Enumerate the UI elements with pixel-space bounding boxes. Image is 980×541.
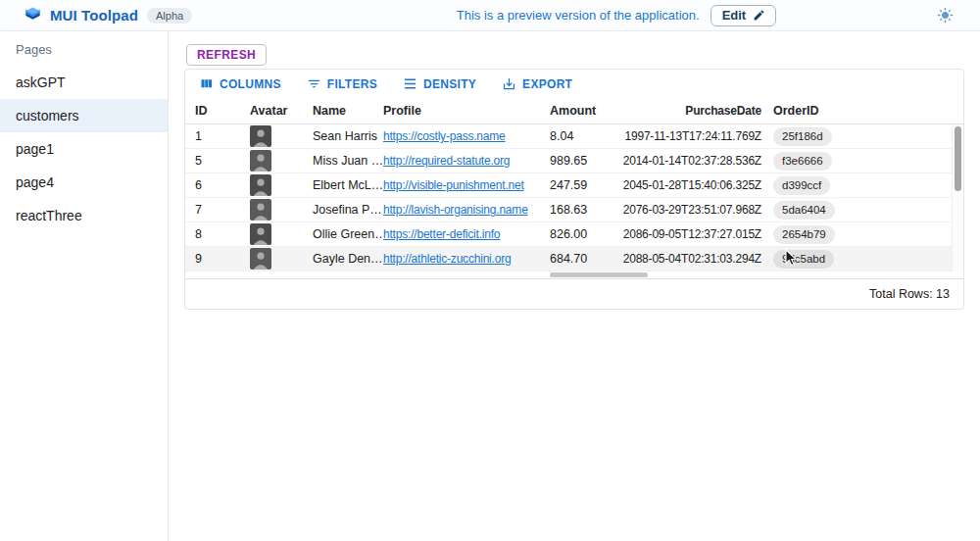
cell-name: Josefina P… bbox=[313, 203, 383, 217]
cell-profile: http://lavish-organising.name bbox=[383, 203, 550, 217]
column-header-purchasedate[interactable]: PurchaseDate bbox=[618, 104, 761, 118]
cell-amount: 8.04 bbox=[550, 129, 618, 143]
app-bar: MUI Toolpad Alpha This is a preview vers… bbox=[0, 0, 980, 31]
cell-purchase-date: 2086-09-05T12:37:27.015Z bbox=[618, 227, 761, 241]
table-row[interactable]: 7 Josefina P… http://lavish-organising.n… bbox=[185, 198, 963, 222]
table-row[interactable]: 6 Elbert McL… http://visible-punishment.… bbox=[185, 173, 963, 198]
table-row[interactable]: 8 Ollie Green… https://better-deficit.in… bbox=[185, 222, 963, 247]
avatar bbox=[250, 125, 271, 147]
page-content: REFRESH COLUMNS FILTERS DENSITY bbox=[170, 31, 980, 541]
density-button-label: DENSITY bbox=[423, 77, 476, 91]
refresh-button[interactable]: REFRESH bbox=[186, 44, 267, 66]
cell-purchase-date: 1997-11-13T17:24:11.769Z bbox=[618, 129, 761, 143]
cell-order-id: 25f186d bbox=[761, 127, 963, 146]
cell-amount: 826.00 bbox=[550, 227, 618, 241]
total-rows-label: Total Rows: 13 bbox=[869, 287, 950, 301]
light-mode-sun-icon bbox=[937, 7, 954, 24]
sidebar-item-reactThree[interactable]: reactThree bbox=[0, 199, 168, 232]
cell-profile: http://visible-punishment.net bbox=[383, 178, 550, 192]
sidebar: Pages askGPT customers page1 page4 react… bbox=[0, 31, 169, 541]
cell-amount: 247.59 bbox=[550, 178, 618, 192]
cell-order-id: d399ccf bbox=[761, 176, 963, 195]
cell-amount: 989.65 bbox=[550, 154, 618, 168]
order-id-chip[interactable]: f3e6666 bbox=[773, 152, 832, 171]
filter-list-icon bbox=[307, 76, 321, 91]
table-row[interactable]: 9 Gayle Den… http://athletic-zucchini.or… bbox=[185, 247, 963, 271]
cell-id: 1 bbox=[195, 129, 250, 143]
theme-toggle-button[interactable] bbox=[935, 5, 956, 25]
column-header-amount[interactable]: Amount bbox=[550, 104, 618, 118]
cell-order-id: 5da6404 bbox=[761, 201, 963, 220]
sidebar-item-label: page4 bbox=[16, 174, 54, 190]
column-header-name[interactable]: Name bbox=[313, 104, 383, 118]
cell-purchase-date: 2088-05-04T02:31:03.294Z bbox=[618, 252, 761, 266]
column-header-orderid[interactable]: OrderID bbox=[761, 104, 963, 118]
grid-toolbar: COLUMNS FILTERS DENSITY EXPORT bbox=[185, 70, 963, 98]
profile-link[interactable]: http://athletic-zucchini.org bbox=[383, 252, 511, 266]
columns-button[interactable]: COLUMNS bbox=[194, 74, 286, 94]
toolpad-logo-icon bbox=[24, 7, 41, 24]
view-column-icon bbox=[199, 76, 214, 91]
cell-id: 5 bbox=[195, 154, 250, 168]
app-title: MUI Toolpad bbox=[50, 7, 138, 24]
profile-link[interactable]: http://lavish-organising.name bbox=[383, 203, 528, 217]
order-id-chip[interactable]: 9dc5abd bbox=[773, 250, 834, 269]
column-header-id[interactable]: ID bbox=[195, 104, 250, 118]
cell-avatar bbox=[250, 248, 313, 270]
vertical-scrollbar-thumb[interactable] bbox=[955, 126, 961, 191]
profile-link[interactable]: http://visible-punishment.net bbox=[383, 178, 524, 192]
rows-container: 1 Sean Harris https://costly-pass.name 8… bbox=[185, 124, 963, 271]
cell-name: Elbert McL… bbox=[313, 178, 383, 192]
density-button[interactable]: DENSITY bbox=[398, 74, 481, 94]
cell-id: 6 bbox=[195, 178, 250, 192]
sidebar-item-label: askGPT bbox=[16, 74, 66, 90]
pencil-icon bbox=[753, 9, 765, 22]
filters-button-label: FILTERS bbox=[327, 77, 377, 91]
horizontal-scrollbar[interactable] bbox=[185, 271, 963, 278]
cell-purchase-date: 2014-01-14T02:37:28.536Z bbox=[618, 154, 761, 168]
sidebar-item-customers[interactable]: customers bbox=[0, 99, 168, 132]
pages-section-label: Pages bbox=[0, 31, 168, 66]
cell-avatar bbox=[250, 174, 313, 196]
data-grid: COLUMNS FILTERS DENSITY EXPORT bbox=[184, 69, 964, 310]
sidebar-item-askGPT[interactable]: askGPT bbox=[0, 66, 168, 99]
sidebar-item-page1[interactable]: page1 bbox=[0, 132, 168, 166]
column-header-avatar[interactable]: Avatar bbox=[250, 104, 313, 118]
sidebar-item-page4[interactable]: page4 bbox=[0, 166, 168, 199]
sidebar-item-label: page1 bbox=[16, 141, 54, 157]
sidebar-nav: askGPT customers page1 page4 reactThree bbox=[0, 66, 168, 232]
cell-avatar bbox=[250, 125, 313, 147]
cell-profile: https://better-deficit.info bbox=[383, 227, 550, 241]
profile-link[interactable]: http://required-statute.org bbox=[383, 154, 510, 168]
profile-link[interactable]: https://better-deficit.info bbox=[383, 227, 500, 241]
cell-profile: https://costly-pass.name bbox=[383, 129, 550, 143]
filters-button[interactable]: FILTERS bbox=[302, 74, 382, 94]
alpha-badge: Alpha bbox=[147, 8, 192, 24]
order-id-chip[interactable]: 25f186d bbox=[773, 127, 832, 146]
cell-avatar bbox=[250, 199, 313, 221]
cell-avatar bbox=[250, 223, 313, 245]
cell-name: Miss Juan … bbox=[313, 154, 383, 168]
order-id-chip[interactable]: 2654b79 bbox=[773, 225, 835, 244]
preview-banner: This is a preview version of the applica… bbox=[323, 5, 909, 26]
cell-order-id: 9dc5abd bbox=[761, 250, 963, 269]
cell-amount: 684.70 bbox=[550, 252, 618, 266]
avatar bbox=[250, 150, 271, 172]
column-header-profile[interactable]: Profile bbox=[383, 104, 550, 118]
cell-purchase-date: 2076-03-29T23:51:07.968Z bbox=[618, 203, 761, 217]
table-row[interactable]: 1 Sean Harris https://costly-pass.name 8… bbox=[185, 124, 963, 149]
table-row[interactable]: 5 Miss Juan … http://required-statute.or… bbox=[185, 149, 963, 173]
download-icon bbox=[502, 76, 516, 91]
horizontal-scrollbar-thumb[interactable] bbox=[550, 272, 648, 277]
export-button[interactable]: EXPORT bbox=[497, 74, 577, 94]
preview-text: This is a preview version of the applica… bbox=[457, 8, 700, 23]
edit-button[interactable]: Edit bbox=[710, 5, 777, 26]
order-id-chip[interactable]: 5da6404 bbox=[773, 201, 835, 220]
order-id-chip[interactable]: d399ccf bbox=[773, 176, 830, 195]
vertical-scrollbar[interactable] bbox=[952, 124, 963, 271]
brand-area: MUI Toolpad Alpha bbox=[0, 7, 323, 24]
avatar bbox=[250, 199, 271, 221]
cell-name: Gayle Den… bbox=[313, 252, 383, 266]
profile-link[interactable]: https://costly-pass.name bbox=[383, 129, 506, 143]
cell-order-id: 2654b79 bbox=[761, 225, 963, 244]
